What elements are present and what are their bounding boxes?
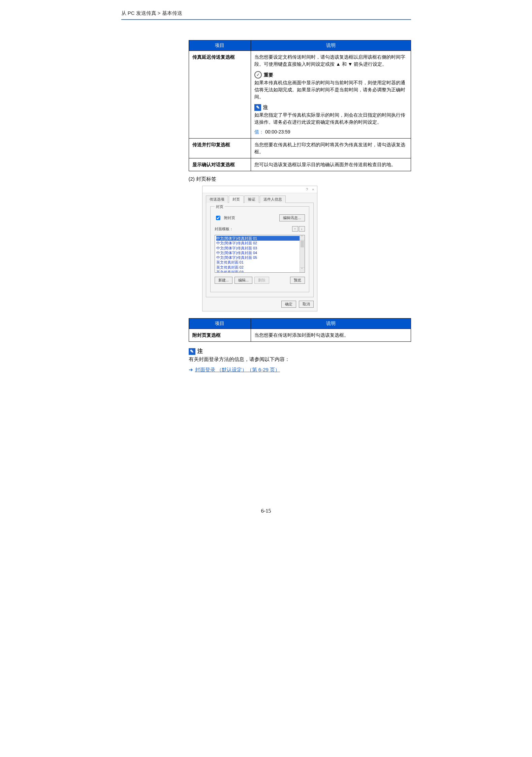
table1-row1-item: 传送并打印复选框 <box>192 142 230 147</box>
check-icon: ✓ <box>254 71 262 79</box>
table1-row0-item: 传真延迟传送复选框 <box>189 51 251 139</box>
table2-row0-item: 附封页复选框 <box>192 332 221 338</box>
ok-button[interactable]: 确定 <box>281 301 296 308</box>
list-item[interactable]: 英文传真封面 03 <box>216 270 303 273</box>
table-row: 显示确认对话复选框 您可以勾选该复选框以显示目的地确认画面并在传送前检查目的地。 <box>189 158 411 171</box>
list-item[interactable]: 中文(简体字)传真封面 03 <box>216 246 303 250</box>
table-row: 附封页复选框 当您想要在传送时添加封面时勾选该复选框。 <box>189 329 411 342</box>
edit-button[interactable]: 编辑... <box>234 277 252 284</box>
value-label: 值： <box>254 129 264 134</box>
tab-auth[interactable]: 验证 <box>244 195 259 203</box>
table2-row0-desc: 当您想要在传送时添加封面时勾选该复选框。 <box>251 329 411 342</box>
note-body: 如果您指定了早于传真机实际显示的时间，则会在次日指定的时间执行传送操作。请务必在… <box>254 112 407 126</box>
new-button[interactable]: 新建... <box>215 277 232 284</box>
important-body: 如果本传真机信息画面中显示的时间与当前时间不符，则使用定时器的通信将无法如期完成… <box>254 79 407 100</box>
attach-cover-label: 附封页 <box>224 215 235 220</box>
help-icon[interactable]: ? <box>306 187 308 191</box>
attach-cover-checkbox[interactable] <box>216 216 220 220</box>
table1-row2-item: 显示确认对话复选框 <box>192 162 235 167</box>
page-number: 6-15 <box>121 508 411 514</box>
table-row: 传送并打印复选框 当您想要在传真机上打印文档的同时将其作为传真发送时，请勾选该复… <box>189 139 411 158</box>
tab-sender-info[interactable]: 送件人信息 <box>260 195 286 203</box>
value-range: 00:00-23:59 <box>265 129 290 134</box>
list-item[interactable]: 中文(简体字)传真封面 01 <box>216 236 303 241</box>
scroll-up-icon[interactable]: ˄ <box>300 235 305 240</box>
table1-header-desc: 说明 <box>251 40 411 51</box>
important-title: 重要 <box>264 71 273 79</box>
cover-page-dialog: ? × 传送选项 封页 验证 送件人信息 封页 附封页 编辑讯息... <box>202 186 317 311</box>
list-item[interactable]: 中文(简体字)传真封面 02 <box>216 241 303 245</box>
note-icon: ✎ <box>189 348 195 355</box>
note-icon: ✎ <box>254 104 261 111</box>
table2-header-item: 项目 <box>189 319 251 329</box>
edit-message-button[interactable]: 编辑讯息... <box>279 214 305 221</box>
cancel-button[interactable]: 取消 <box>299 301 314 308</box>
close-icon[interactable]: × <box>312 187 314 191</box>
sort-up-icon[interactable]: ↑ <box>292 226 298 232</box>
delete-button[interactable]: 删除 <box>254 277 269 284</box>
fieldset-legend: 封页 <box>215 204 225 209</box>
scroll-thumb[interactable] <box>301 241 304 247</box>
template-label: 封面模板： <box>215 226 233 232</box>
table2-header-desc: 说明 <box>251 319 411 329</box>
tab-cover-page[interactable]: 封页 <box>229 195 244 203</box>
scroll-down-icon[interactable]: ˅ <box>300 267 305 272</box>
settings-table-1: 项目 说明 传真延迟传送复选框 当您想要设定文档传送时间时，请勾选该复选框以启用… <box>189 40 411 171</box>
list-item[interactable]: 中文(简体字)传真封面 04 <box>216 250 303 255</box>
sort-down-icon[interactable]: ↓ <box>299 226 305 232</box>
table1-row0-desc: 当您想要设定文档传送时间时，请勾选该复选框以启用该框右侧的时间字段。可使用键盘直… <box>254 54 407 68</box>
list-item[interactable]: 中文(简体字)传真封面 05 <box>216 255 303 260</box>
preview-button[interactable]: 预览 <box>290 277 305 284</box>
template-listbox[interactable]: 中文(简体字)传真封面 01 中文(简体字)传真封面 02 中文(简体字)传真封… <box>215 235 305 273</box>
cover-registration-link[interactable]: 封面登录 （默认设定）（第 6-29 页） <box>195 367 280 373</box>
tab-send-options[interactable]: 传送选项 <box>206 195 228 203</box>
list-item[interactable]: 英文传真封面 02 <box>216 265 303 270</box>
arrow-right-icon: ➔ <box>189 367 193 373</box>
table-row: 传真延迟传送复选框 当您想要设定文档传送时间时，请勾选该复选框以启用该框右侧的时… <box>189 51 411 139</box>
note-title: 注 <box>263 104 268 111</box>
section-2-label: (2) 封页标签 <box>189 176 411 182</box>
table1-header-item: 项目 <box>189 40 251 51</box>
bottom-note-title: 注 <box>197 348 203 355</box>
breadcrumb: 从 PC 发送传真 > 基本传送 <box>121 10 411 20</box>
table1-row1-desc: 当您想要在传真机上打印文档的同时将其作为传真发送时，请勾选该复选框。 <box>251 139 411 158</box>
table1-row2-desc: 您可以勾选该复选框以显示目的地确认画面并在传送前检查目的地。 <box>251 158 411 171</box>
settings-table-2: 项目 说明 附封页复选框 当您想要在传送时添加封面时勾选该复选框。 <box>189 318 411 342</box>
list-item[interactable]: 英文传真封面 01 <box>216 260 303 265</box>
bottom-note-body: 有关封面登录方法的信息，请参阅以下内容： <box>189 356 411 363</box>
